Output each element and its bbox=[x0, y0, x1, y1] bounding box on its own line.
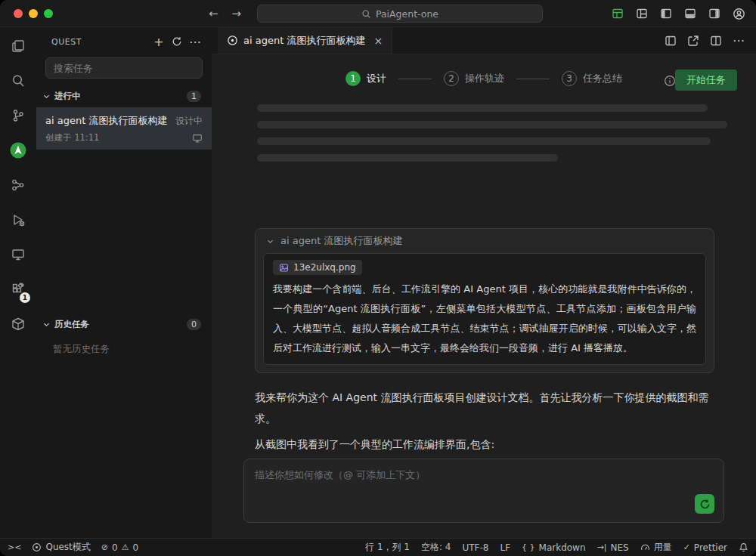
task-message-card: ai agent 流图执行面板构建 13e2ulxq.png 我要构建一个含前端… bbox=[255, 228, 714, 373]
status-usage[interactable]: 用量 bbox=[640, 541, 672, 554]
step-label: 操作轨迹 bbox=[465, 72, 504, 85]
section-history[interactable]: 历史任务 0 bbox=[36, 314, 212, 334]
task-search-input[interactable] bbox=[54, 63, 194, 74]
step-number: 3 bbox=[562, 71, 577, 86]
bell-icon bbox=[739, 542, 748, 552]
layout-icon[interactable] bbox=[632, 4, 652, 23]
card-header[interactable]: ai agent 流图执行面板构建 bbox=[256, 229, 714, 253]
toggle-primary-sidebar-icon[interactable] bbox=[656, 4, 676, 23]
warning-count: 0 bbox=[133, 542, 139, 553]
braces-icon: { } bbox=[522, 542, 535, 552]
more-actions-icon[interactable]: ⋯ bbox=[729, 31, 748, 51]
status-indentation[interactable]: 空格: 4 bbox=[421, 541, 451, 554]
status-eol[interactable]: LF bbox=[500, 542, 510, 553]
source-control-icon[interactable] bbox=[0, 98, 36, 133]
user-message: 13e2ulxq.png 我要构建一个含前端、后台、工作流引擎的 AI Agen… bbox=[263, 253, 706, 365]
status-nes[interactable]: →| NES bbox=[597, 542, 629, 553]
close-window-button[interactable] bbox=[14, 9, 23, 18]
card-title: ai agent 流图执行面板构建 bbox=[280, 234, 402, 248]
task-search-box bbox=[45, 57, 203, 79]
task-title: ai agent 流图执行面板构建 bbox=[45, 114, 169, 128]
remote-icon: >< bbox=[8, 542, 21, 552]
sidebar-title: QUEST bbox=[51, 37, 150, 47]
quest-extension-icon[interactable] bbox=[0, 133, 36, 168]
status-quest-mode[interactable]: Quest模式 bbox=[32, 541, 90, 554]
in-progress-count-badge: 1 bbox=[187, 91, 201, 102]
run-debug-icon[interactable] bbox=[0, 202, 36, 237]
history-empty-text: 暂无历史任务 bbox=[36, 334, 212, 356]
section-in-progress[interactable]: 进行中 1 bbox=[36, 86, 212, 106]
split-editor-icon[interactable] bbox=[706, 31, 726, 51]
toggle-panel-icon[interactable] bbox=[680, 4, 700, 23]
step-operations: 2 操作轨迹 bbox=[444, 71, 504, 86]
attachment-name: 13e2ulxq.png bbox=[293, 262, 356, 273]
forward-icon[interactable]: → bbox=[232, 7, 242, 20]
minimize-window-button[interactable] bbox=[29, 9, 38, 18]
remote-explorer-icon[interactable] bbox=[0, 237, 36, 272]
section-history-label: 历史任务 bbox=[54, 319, 89, 330]
step-connector bbox=[398, 79, 432, 79]
status-formatter[interactable]: ✓ Prettier bbox=[683, 542, 727, 553]
explorer-icon[interactable] bbox=[0, 29, 36, 63]
refresh-icon[interactable] bbox=[168, 32, 186, 51]
extensions-badge: 1 bbox=[20, 292, 30, 303]
account-icon[interactable] bbox=[729, 4, 748, 23]
image-icon bbox=[279, 263, 289, 273]
chevron-down-icon bbox=[42, 320, 51, 329]
sidebar-header: QUEST + ⋯ bbox=[36, 27, 212, 56]
gauge-icon bbox=[640, 542, 650, 552]
back-icon[interactable]: ← bbox=[209, 7, 218, 20]
chevron-down-icon bbox=[42, 92, 51, 100]
workbench: 1 QUEST + ⋯ 进行中 bbox=[0, 27, 756, 538]
loading-skeleton bbox=[257, 104, 727, 171]
status-cursor-position[interactable]: 行 1，列 1 bbox=[365, 541, 410, 554]
layout-panel-icon[interactable] bbox=[661, 31, 680, 51]
search-view-icon[interactable] bbox=[0, 63, 36, 98]
titlebar-actions bbox=[608, 4, 748, 23]
status-problems[interactable]: ⊘0 ⚠0 bbox=[101, 542, 138, 553]
chat-input-box bbox=[243, 459, 724, 523]
sidebar: QUEST + ⋯ 进行中 1 ai agent 流图执行面板构建 bbox=[36, 27, 212, 538]
attachment-chip[interactable]: 13e2ulxq.png bbox=[273, 260, 362, 275]
error-icon: ⊘ bbox=[101, 542, 108, 552]
assistant-message: 我来帮你为这个 AI Agent 流图执行面板项目创建设计文档。首先让我分析一下… bbox=[255, 387, 713, 429]
more-actions-icon[interactable]: ⋯ bbox=[186, 32, 204, 51]
package-icon[interactable] bbox=[0, 307, 36, 341]
remote-indicator[interactable]: >< bbox=[8, 542, 21, 552]
start-task-button[interactable]: 开始任务 bbox=[675, 70, 737, 91]
window-controls bbox=[14, 9, 53, 18]
close-tab-icon[interactable]: × bbox=[373, 35, 383, 47]
error-count: 0 bbox=[112, 542, 118, 553]
step-design: 1 设计 bbox=[345, 71, 386, 86]
new-task-icon[interactable]: + bbox=[150, 32, 168, 51]
skeleton-bar bbox=[257, 154, 558, 162]
extension-table-icon[interactable] bbox=[608, 4, 627, 23]
send-button[interactable] bbox=[695, 494, 714, 514]
open-in-editor-icon[interactable] bbox=[683, 31, 703, 51]
status-encoding[interactable]: UTF-8 bbox=[462, 542, 488, 553]
quest-mode-label: Quest模式 bbox=[45, 541, 90, 554]
extensions-icon[interactable]: 1 bbox=[0, 272, 36, 307]
zoom-window-button[interactable] bbox=[44, 9, 53, 18]
tab-key-icon: →| bbox=[597, 542, 607, 552]
toggle-secondary-sidebar-icon[interactable] bbox=[705, 4, 724, 23]
task-created-time: 创建于 11:11 bbox=[45, 132, 192, 144]
command-center[interactable]: PaiAgent-one bbox=[257, 5, 543, 23]
status-language-mode[interactable]: { } Markdown bbox=[522, 542, 585, 553]
skeleton-bar bbox=[257, 121, 727, 128]
workspace-title: PaiAgent-one bbox=[376, 8, 438, 20]
skeleton-bar bbox=[257, 104, 708, 112]
vscode-window: ← → PaiAgent-one bbox=[0, 0, 756, 556]
tab-quest-panel[interactable]: ai agent 流图执行面板构建 × bbox=[218, 27, 392, 54]
step-label: 设计 bbox=[367, 72, 386, 85]
monitor-icon[interactable] bbox=[192, 133, 203, 144]
user-message-text: 我要构建一个含前端、后台、工作流引擎的 AI Agent 项目，核心的功能就是我… bbox=[273, 280, 696, 358]
search-icon bbox=[361, 9, 371, 19]
notifications-button[interactable] bbox=[739, 542, 748, 552]
task-status-badge: 设计中 bbox=[175, 115, 203, 128]
molecule-icon[interactable] bbox=[0, 168, 36, 202]
task-list-item[interactable]: ai agent 流图执行面板构建 设计中 创建于 11:11 bbox=[36, 107, 212, 150]
check-icon: ✓ bbox=[683, 542, 690, 552]
step-connector bbox=[516, 79, 550, 79]
chat-input[interactable] bbox=[244, 459, 723, 522]
